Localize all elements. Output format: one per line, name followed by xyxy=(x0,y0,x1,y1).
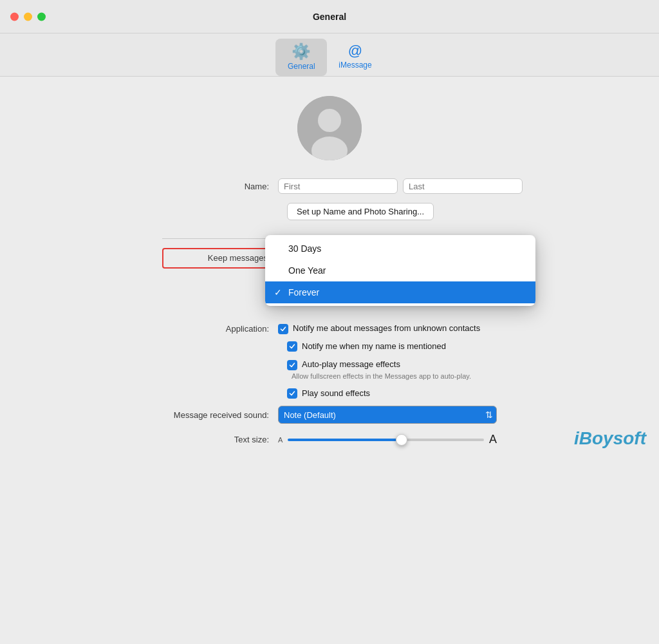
application-label: Application: xyxy=(162,324,278,334)
dropdown-item-oneyear-label: One Year xyxy=(288,265,326,276)
close-button[interactable] xyxy=(10,12,19,21)
svg-point-1 xyxy=(318,109,341,132)
tab-imessage[interactable]: @ iMessage xyxy=(327,39,383,76)
checkbox-play-sound-label: Play sound effects xyxy=(302,388,370,399)
tab-general-label: General xyxy=(288,62,315,71)
checkbox-checkmark-icon xyxy=(280,326,286,332)
dropdown-item-30days[interactable]: 30 Days xyxy=(265,238,535,260)
text-size-large-a: A xyxy=(489,433,497,446)
checkbox-name-mentioned-label: Notify me when my name is mentioned xyxy=(302,341,446,352)
text-size-small-a: A xyxy=(278,436,283,444)
name-label: Name: xyxy=(162,182,278,191)
avatar-image xyxy=(297,96,362,160)
dropdown-item-30days-label: 30 Days xyxy=(288,243,321,254)
text-size-label: Text size: xyxy=(162,435,278,444)
text-size-row: Text size: A A xyxy=(162,433,497,446)
checkbox-unknown-contacts[interactable] xyxy=(278,324,288,334)
checkbox-unknown-contacts-label: Notify me about messages from unknown co… xyxy=(293,323,480,334)
avatar[interactable] xyxy=(297,96,362,160)
checkbox-checkmark-4-icon xyxy=(289,390,295,397)
name-inputs xyxy=(278,178,523,194)
checkbox-autoplay-row: Auto-play message effects Allow fullscre… xyxy=(287,359,497,381)
checkmark-icon: ✓ xyxy=(274,287,282,298)
titlebar: General xyxy=(0,0,659,33)
keep-messages-dropdown[interactable]: 30 Days One Year ✓ Forever xyxy=(265,235,535,306)
maximize-button[interactable] xyxy=(37,12,46,21)
setup-btn-row: Set up Name and Photo Sharing... xyxy=(162,203,497,229)
gear-icon: ⚙️ xyxy=(292,43,311,61)
keep-messages-row: Keep messages 30 Days One Year ✓ Forever xyxy=(162,248,497,269)
sound-row: Message received sound: Note (Default) ⇅ xyxy=(162,406,497,424)
sound-select-wrapper: Note (Default) ⇅ xyxy=(278,406,497,424)
slider-thumb xyxy=(396,434,407,446)
first-name-input[interactable] xyxy=(278,178,398,194)
toolbar: ⚙️ General @ iMessage xyxy=(0,33,659,77)
at-icon: @ xyxy=(348,43,362,59)
main-content: Name: Set up Name and Photo Sharing... K… xyxy=(0,77,659,468)
checkbox-play-sound[interactable] xyxy=(287,388,297,399)
checkbox-autoplay[interactable] xyxy=(287,360,297,370)
application-row: Application: Notify me about messages fr… xyxy=(162,323,497,334)
name-row: Name: xyxy=(162,178,497,194)
window-title: General xyxy=(313,12,346,22)
tab-general[interactable]: ⚙️ General xyxy=(275,39,327,76)
checkbox-checkmark-2-icon xyxy=(289,343,295,350)
minimize-button[interactable] xyxy=(24,12,32,21)
sound-select[interactable]: Note (Default) xyxy=(278,406,497,424)
checkbox-checkmark-3-icon xyxy=(289,362,295,368)
checkbox-name-mentioned-row: Notify me when my name is mentioned xyxy=(287,341,497,352)
keep-messages-label: Keep messages xyxy=(162,248,278,269)
form-area: Name: Set up Name and Photo Sharing... K… xyxy=(111,178,548,455)
dropdown-item-oneyear[interactable]: One Year xyxy=(265,260,535,281)
sound-label: Message received sound: xyxy=(162,410,278,420)
checkbox-play-sound-row: Play sound effects xyxy=(287,388,497,399)
iboysoft-watermark: iBoysoft xyxy=(574,428,646,449)
checkbox-autoplay-sublabel: Allow fullscreen effects in the Messages… xyxy=(292,372,471,381)
tab-imessage-label: iMessage xyxy=(339,61,371,70)
text-size-slider-track xyxy=(288,439,484,441)
watermark-text: iBoysoft xyxy=(574,428,646,448)
dropdown-item-forever[interactable]: ✓ Forever xyxy=(265,281,535,303)
last-name-input[interactable] xyxy=(403,178,523,194)
checkbox-autoplay-label: Auto-play message effects xyxy=(302,359,400,370)
window-controls xyxy=(10,12,46,21)
setup-name-photo-button[interactable]: Set up Name and Photo Sharing... xyxy=(287,203,434,220)
dropdown-item-forever-label: Forever xyxy=(288,287,319,298)
checkbox-name-mentioned[interactable] xyxy=(287,341,297,352)
